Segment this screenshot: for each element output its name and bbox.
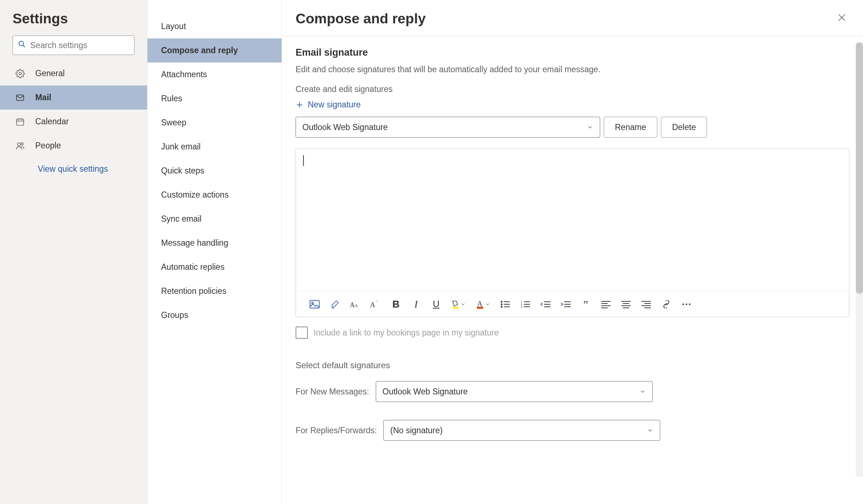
chevron-down-icon (485, 302, 490, 307)
subnav-junk-email[interactable]: Junk email (147, 135, 282, 159)
for-new-messages-select[interactable]: Outlook Web Signature (376, 381, 653, 402)
svg-point-8 (17, 143, 20, 146)
align-left-icon[interactable] (601, 297, 611, 311)
align-right-icon[interactable] (641, 297, 651, 311)
settings-content-panel: Compose and reply Email signature Edit a… (282, 0, 863, 504)
search-settings-field[interactable] (13, 36, 134, 55)
search-input[interactable] (30, 41, 136, 50)
select-default-signatures-heading: Select default signatures (296, 360, 849, 370)
scrollbar-thumb[interactable] (856, 42, 863, 294)
nav-item-mail[interactable]: Mail (0, 85, 147, 110)
mail-subnav: Layout Compose and reply Attachments Rul… (147, 0, 282, 504)
italic-icon[interactable]: I (411, 297, 421, 311)
subnav-attachments[interactable]: Attachments (147, 63, 282, 87)
subnav-quick-steps[interactable]: Quick steps (147, 159, 282, 183)
bookings-link-checkbox[interactable] (296, 327, 308, 339)
svg-text:↕: ↕ (376, 299, 378, 303)
for-replies-forwards-value: (No signature) (390, 426, 443, 435)
for-replies-forwards-label: For Replies/Forwards: (296, 426, 377, 435)
font-size-icon[interactable]: A↕ (370, 297, 381, 311)
signature-select-value: Outlook Web Signature (302, 122, 388, 132)
svg-point-55 (689, 303, 690, 305)
subnav-automatic-replies[interactable]: Automatic replies (147, 255, 282, 279)
settings-primary-nav: Settings General Mail Calendar People Vi… (0, 0, 147, 504)
delete-button[interactable]: Delete (661, 117, 707, 138)
subnav-message-handling[interactable]: Message handling (147, 231, 282, 255)
svg-point-9 (21, 143, 23, 145)
image-icon[interactable] (310, 297, 320, 311)
settings-title: Settings (0, 11, 147, 36)
signature-editor: AA A↕ B I U A 123 ” (296, 148, 849, 317)
new-signature-label: New signature (308, 100, 361, 110)
svg-point-53 (682, 303, 684, 305)
svg-point-27 (501, 306, 502, 307)
text-cursor (303, 155, 304, 166)
nav-item-general[interactable]: General (0, 61, 147, 85)
svg-point-54 (686, 303, 687, 305)
format-painter-icon[interactable] (330, 297, 340, 311)
mail-icon (15, 93, 25, 102)
search-icon (18, 40, 26, 50)
subnav-sweep[interactable]: Sweep (147, 111, 282, 135)
for-replies-forwards-select[interactable]: (No signature) (383, 420, 660, 441)
panel-title: Compose and reply (296, 11, 426, 27)
svg-point-23 (501, 301, 502, 302)
subnav-rules[interactable]: Rules (147, 87, 282, 111)
highlight-color-icon[interactable] (451, 297, 466, 311)
subnav-retention-policies[interactable]: Retention policies (147, 279, 282, 303)
view-quick-settings-link[interactable]: View quick settings (0, 158, 147, 174)
svg-point-2 (19, 72, 22, 75)
create-edit-signatures-label: Create and edit signatures (296, 84, 849, 94)
chevron-down-icon (639, 388, 646, 395)
svg-point-25 (501, 304, 502, 305)
vertical-scrollbar[interactable] (856, 42, 863, 477)
editor-toolbar: AA A↕ B I U A 123 ” (296, 291, 849, 317)
nav-label-people: People (35, 141, 61, 151)
nav-item-people[interactable]: People (0, 134, 147, 158)
nav-label-general: General (35, 69, 65, 78)
svg-text:A: A (350, 301, 355, 309)
align-center-icon[interactable] (621, 297, 631, 311)
more-icon[interactable] (681, 297, 691, 311)
chevron-down-icon (587, 124, 593, 130)
chevron-down-icon (461, 302, 466, 307)
link-icon[interactable] (661, 297, 671, 311)
svg-text:3: 3 (521, 305, 522, 308)
for-new-messages-label: For New Messages: (296, 387, 369, 397)
nav-label-calendar: Calendar (35, 117, 69, 126)
signature-editor-textarea[interactable] (296, 149, 849, 291)
svg-line-1 (23, 45, 25, 47)
quote-icon[interactable]: ” (581, 297, 591, 311)
svg-rect-14 (310, 300, 319, 308)
close-button[interactable] (834, 10, 849, 27)
signature-select[interactable]: Outlook Web Signature (296, 117, 600, 138)
new-signature-button[interactable]: New signature (296, 100, 849, 110)
subnav-compose-and-reply[interactable]: Compose and reply (147, 38, 282, 63)
calendar-icon (15, 117, 25, 126)
nav-label-mail: Mail (35, 93, 51, 102)
for-new-messages-value: Outlook Web Signature (383, 387, 468, 397)
svg-text:A: A (370, 301, 375, 309)
font-family-icon[interactable]: AA (350, 297, 360, 311)
font-color-icon[interactable]: A (476, 297, 490, 311)
indent-icon[interactable] (561, 297, 571, 311)
outdent-icon[interactable] (540, 297, 551, 311)
svg-text:A: A (477, 300, 483, 308)
bullet-list-icon[interactable] (500, 297, 510, 311)
subnav-layout[interactable]: Layout (147, 14, 282, 38)
underline-icon[interactable]: U (431, 297, 441, 311)
people-icon (15, 141, 25, 151)
gear-icon (15, 69, 25, 78)
bookings-checkbox-label: Include a link to my bookings page in my… (314, 328, 499, 338)
plus-icon (296, 101, 303, 109)
bold-icon[interactable]: B (391, 297, 401, 311)
subnav-sync-email[interactable]: Sync email (147, 207, 282, 231)
subnav-groups[interactable]: Groups (147, 303, 282, 327)
nav-item-calendar[interactable]: Calendar (0, 110, 147, 134)
rename-button[interactable]: Rename (604, 117, 657, 138)
email-signature-description: Edit and choose signatures that will be … (296, 65, 849, 74)
chevron-down-icon (647, 427, 653, 434)
email-signature-heading: Email signature (296, 47, 849, 58)
subnav-customize-actions[interactable]: Customize actions (147, 183, 282, 207)
numbered-list-icon[interactable]: 123 (520, 297, 530, 311)
